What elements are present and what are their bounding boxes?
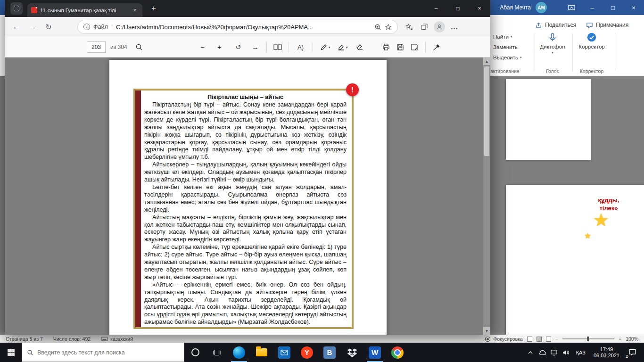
taskbar-search-box[interactable] [22,343,184,362]
zoom-indicator-icon[interactable] [374,24,381,31]
tray-expand-button[interactable] [525,343,537,362]
corrector-button[interactable]: Корректор [575,32,608,49]
favorites-button[interactable] [402,20,417,34]
taskbar-app-word[interactable]: W [363,343,386,362]
pdf-toolbar: из 304 − + ↺ ↔ A) ▾ ▾ [5,37,490,58]
toolbar-separator [266,42,267,52]
doc-paragraph: Айтыстың мақсаты – елдіктің, бірліктің қ… [144,214,347,244]
share-button[interactable]: Поделиться [535,19,576,31]
edge-close-button[interactable]: × [469,0,490,17]
profile-button[interactable] [432,20,447,34]
network-icon [550,349,558,356]
comments-button[interactable]: Примечания [586,19,628,31]
person-icon [436,24,443,30]
print-layout-button[interactable] [537,337,542,342]
status-page-indicator[interactable]: Страница 5 из 7 [6,336,43,342]
pdf-zoom-in-button[interactable]: + [213,41,227,54]
corrector-label: Корректор [578,44,604,49]
notification-center-button[interactable]: 2 [623,343,641,362]
save-icon [396,43,404,51]
pdf-search-button[interactable] [132,41,146,54]
favorites-star-icon[interactable] [385,24,392,31]
scrollbar-thumb[interactable] [484,66,489,156]
edge-minimize-button[interactable]: – [425,0,447,17]
scroll-up-button[interactable]: ▲ [483,58,490,65]
taskbar-app-mail[interactable] [273,343,296,362]
word-restore-button[interactable]: □ [603,0,623,15]
new-tab-button[interactable]: + [148,4,159,13]
word-minimize-button[interactable]: – [582,0,603,15]
status-word-count[interactable]: Число слов: 492 [53,336,91,342]
pdf-scrollbar[interactable]: ▲ ▼ [483,58,490,335]
zoom-in-button[interactable]: + [619,336,621,342]
vk-icon: B [323,346,336,359]
zoom-slider-thumb[interactable] [587,337,589,341]
address-bar[interactable]: i Файл | C:/Users/admin/Documents/Новый%… [77,20,398,34]
zoom-level[interactable]: 100% [626,336,638,342]
forward-button[interactable]: → [25,20,40,34]
chevron-down-icon[interactable]: ▾ [329,45,330,49]
share-icon [535,22,542,29]
taskbar-app-edge[interactable] [228,343,250,362]
taskbar-app-chrome[interactable] [386,343,409,362]
browser-tab[interactable]: 11-сынып Гуманитар қазақ тілі × [27,3,142,17]
focus-mode-button[interactable]: Фокусировка [485,336,523,342]
chevron-down-icon: ▾ [511,35,512,39]
select-button[interactable]: Выделить ▾ [493,55,522,60]
taskbar-app-dropbox[interactable] [341,343,363,362]
network-tray-icon[interactable] [548,343,560,362]
word-page-thumbnail [506,79,591,160]
read-aloud-button[interactable]: A) [293,41,309,54]
print-button[interactable] [379,41,393,54]
back-button[interactable]: ← [9,20,24,34]
onedrive-tray-icon[interactable] [537,343,548,362]
edge-maximize-button[interactable]: □ [447,0,469,17]
ribbon-display-options-button[interactable] [561,0,582,15]
speaker-icon [562,349,570,356]
clock[interactable]: 17:49 06.03.2021 [590,346,623,359]
collections-button[interactable] [417,20,432,34]
start-button[interactable] [0,343,22,362]
refresh-button[interactable]: ↻ [41,20,56,34]
taskbar-app-yandex[interactable]: Y [296,343,318,362]
pin-toolbar-button[interactable] [429,41,444,54]
volume-tray-icon[interactable] [560,343,572,362]
frame-left-band [135,90,141,327]
save-button[interactable] [393,41,407,54]
word-account-name[interactable]: Абая Мечта [500,4,531,11]
page-number-input[interactable] [87,41,106,53]
pdf-zoom-out-button[interactable]: − [196,41,210,54]
language-label: казахский [110,336,133,342]
taskbar-app-file-explorer[interactable] [250,343,273,362]
zoom-slider[interactable] [562,338,614,339]
find-label: Найти [493,34,509,40]
settings-more-button[interactable]: … [447,20,462,34]
page-view-button[interactable] [271,41,285,54]
dictate-button[interactable]: Диктофон ▾ [537,32,568,55]
tab-close-button[interactable]: × [131,7,139,14]
save-as-button[interactable] [407,41,421,54]
find-button[interactable]: Найти ▾ [493,34,512,40]
chevron-down-icon[interactable]: ▾ [346,45,348,49]
web-layout-button[interactable] [546,337,551,342]
cortana-button[interactable] [184,343,206,362]
input-language-indicator[interactable]: ҚАЗ [572,350,590,355]
scroll-down-button[interactable]: ▼ [483,327,490,335]
word-close-button[interactable]: × [623,0,644,15]
task-view-button[interactable] [206,343,228,362]
document-title: Пікірталас шыңы – айтыс [144,94,347,100]
erase-button[interactable] [353,41,367,54]
taskbar-app-vk[interactable]: B [318,343,341,362]
fit-to-width-button[interactable]: ↔ [248,41,263,54]
read-mode-button[interactable] [527,337,532,342]
word-account-avatar[interactable]: АМ [536,2,547,13]
info-icon[interactable]: i [83,24,90,30]
tab-actions-button[interactable] [10,2,23,15]
status-language[interactable]: казахский [101,336,133,342]
voice-group-label: Голос [540,68,565,74]
rotate-icon[interactable]: ↺ [231,41,246,54]
replace-button[interactable]: Заменить [493,44,518,50]
zoom-out-button[interactable]: − [555,336,558,342]
clock-time: 17:49 [594,346,619,353]
search-input[interactable] [37,349,179,356]
